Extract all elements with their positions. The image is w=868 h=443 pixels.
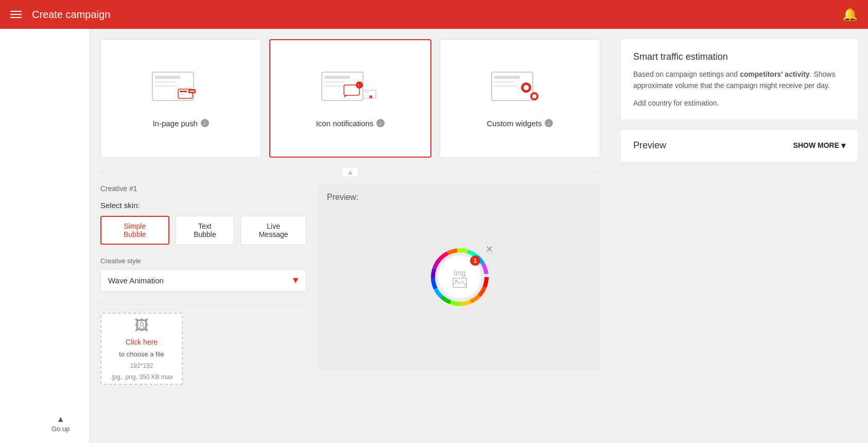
traffic-estimation-card: Smart traffic estimation Based on campai… <box>621 39 858 120</box>
traffic-card-description: Based on campaign settings and competito… <box>633 69 845 92</box>
wave-animation-ring: Img 1 <box>429 246 491 308</box>
preview-area: Preview: ✕ <box>319 184 600 370</box>
main-layout: In-page push i <box>0 29 868 443</box>
preview-widget-container: ✕ <box>426 244 493 311</box>
upload-spec-size: 192*192 <box>130 362 153 369</box>
svg-rect-22 <box>494 76 520 79</box>
svg-rect-24 <box>494 85 517 87</box>
creative-style-select[interactable]: Wave Animation Static Pulse <box>100 269 306 292</box>
right-panel: Smart traffic estimation Based on campai… <box>611 29 868 443</box>
svg-rect-3 <box>155 85 178 87</box>
svg-text:1: 1 <box>473 258 476 264</box>
svg-point-26 <box>524 85 529 90</box>
upload-sublabel: to choose a file <box>119 350 164 358</box>
app-header: Create campaign 🔔 <box>0 0 868 29</box>
traffic-card-title: Smart traffic estimation <box>633 52 845 62</box>
header-left: Create campaign <box>10 9 110 21</box>
creative-style-label: Creative style <box>100 257 306 265</box>
section-divider: ▲ <box>100 168 600 176</box>
svg-rect-30 <box>529 87 531 89</box>
in-page-push-info-icon[interactable]: i <box>201 119 209 127</box>
type-card-icon-notifications[interactable]: ! 1 Icon notifications i <box>269 39 431 158</box>
creative-controls: Creative #1 Select skin: Simple Bubble T… <box>100 184 306 385</box>
svg-rect-28 <box>525 90 527 93</box>
svg-rect-23 <box>494 81 515 83</box>
custom-widgets-label: Custom widgets i <box>487 119 553 128</box>
upload-spec-format: .jpg, .png, 350 KB max <box>110 373 172 381</box>
preview-card: Preview SHOW MORE ▾ <box>621 130 858 161</box>
icon-notifications-info-icon[interactable]: i <box>376 119 385 127</box>
bell-icon[interactable]: 🔔 <box>842 7 858 22</box>
type-card-custom-widgets[interactable]: Custom widgets i <box>440 39 600 158</box>
icon-notifications-illustration: ! 1 <box>319 70 381 111</box>
upload-image-icon: 🖼 <box>134 317 149 334</box>
svg-rect-18 <box>364 92 369 93</box>
custom-widgets-info-icon[interactable]: i <box>545 119 553 127</box>
svg-rect-11 <box>324 81 345 83</box>
page-title: Create campaign <box>32 9 110 21</box>
svg-rect-5 <box>180 91 187 92</box>
preview-close-button[interactable]: ✕ <box>485 244 493 255</box>
go-up-arrow-icon: ▲ <box>57 415 65 424</box>
upload-click-label: Click here <box>126 338 158 346</box>
campaign-type-cards: In-page push i <box>100 39 600 158</box>
horizontal-divider <box>100 304 306 304</box>
svg-rect-8 <box>189 91 195 92</box>
creative-style-select-wrapper: Wave Animation Static Pulse ▼ <box>100 269 306 292</box>
chevron-down-icon: ▾ <box>841 141 845 150</box>
go-up-button[interactable]: ▲ Go up <box>51 415 70 433</box>
file-upload-area[interactable]: 🖼 Click here to choose a file 192*192 .j… <box>100 313 183 385</box>
svg-rect-2 <box>155 81 176 83</box>
creative-preview-row: Creative #1 Select skin: Simple Bubble T… <box>100 184 600 385</box>
skin-simple-bubble-button[interactable]: Simple Bubble <box>100 216 169 245</box>
skin-buttons-group: Simple Bubble Text Bubble Live Message <box>100 216 306 245</box>
traffic-bold-text: competitors' activity <box>740 70 810 78</box>
svg-rect-6 <box>180 94 185 95</box>
svg-point-32 <box>532 94 536 98</box>
svg-rect-1 <box>155 76 181 79</box>
svg-text:!: ! <box>358 83 359 88</box>
skin-live-message-button[interactable]: Live Message <box>240 216 306 245</box>
preview-area-label: Preview: <box>327 193 358 202</box>
type-card-in-page-push[interactable]: In-page push i <box>100 39 261 158</box>
preview-section: Preview: ✕ <box>319 184 600 385</box>
svg-rect-29 <box>521 87 524 89</box>
select-skin-label: Select skin: <box>100 201 306 210</box>
in-page-push-illustration <box>150 70 212 111</box>
in-page-push-label: In-page push i <box>152 119 209 128</box>
skin-text-bubble-button[interactable]: Text Bubble <box>176 216 235 245</box>
go-up-label: Go up <box>51 425 70 433</box>
preview-card-title: Preview <box>633 140 666 151</box>
sidebar <box>0 29 90 443</box>
traffic-card-note: Add country for estimation. <box>633 99 845 107</box>
show-more-button[interactable]: SHOW MORE ▾ <box>793 141 845 150</box>
svg-rect-10 <box>324 76 350 79</box>
main-content: In-page push i <box>90 29 611 443</box>
hamburger-menu-icon[interactable] <box>10 11 22 18</box>
svg-text:1: 1 <box>370 95 371 98</box>
svg-text:Img: Img <box>454 269 465 277</box>
custom-widgets-illustration <box>489 70 551 111</box>
creative-section-title: Creative #1 <box>100 184 306 193</box>
svg-point-15 <box>356 81 363 89</box>
svg-rect-27 <box>525 82 527 85</box>
icon-notifications-label: Icon notifications i <box>316 119 385 128</box>
collapse-caret-icon[interactable]: ▲ <box>343 168 358 176</box>
